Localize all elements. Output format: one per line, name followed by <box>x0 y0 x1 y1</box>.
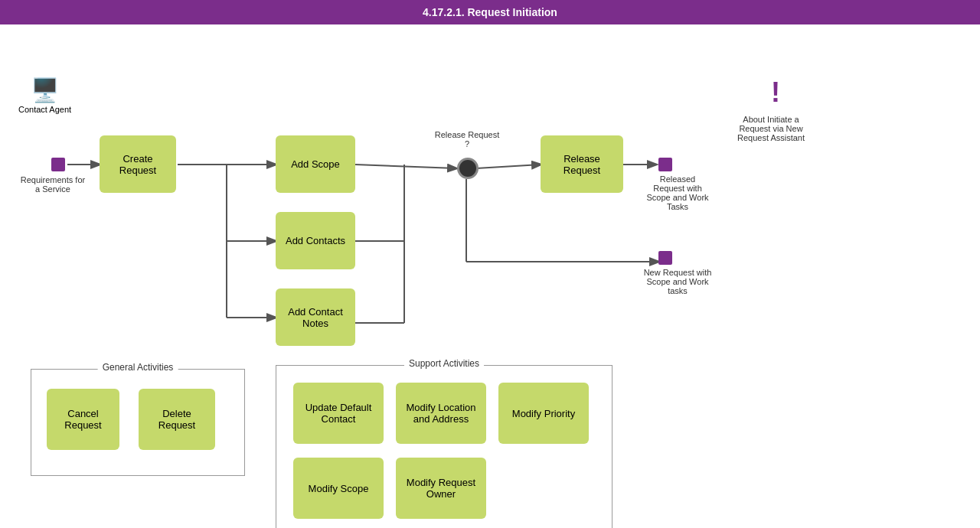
add-contact-notes-box[interactable]: Add Contact Notes <box>276 288 355 346</box>
general-activities-title: General Activities <box>98 362 178 373</box>
contact-agent-label: Contact Agent <box>18 105 71 114</box>
modify-scope-box[interactable]: Modify Scope <box>293 458 384 519</box>
add-contacts-box[interactable]: Add Contacts <box>276 212 355 269</box>
requirements-label: Requirements for a Service <box>18 175 87 194</box>
support-activities-title: Support Activities <box>404 358 484 369</box>
about-icon: ! <box>764 77 787 109</box>
svg-line-2 <box>355 165 456 168</box>
support-activities-section: Support Activities Update Default Contac… <box>276 365 612 528</box>
decision-circle <box>457 158 479 179</box>
contact-agent: 🖥️ Contact Agent <box>18 77 71 114</box>
add-scope-box[interactable]: Add Scope <box>276 135 355 193</box>
create-request-box[interactable]: Create Request <box>100 135 176 193</box>
new-request-square <box>658 251 672 265</box>
agent-icon: 🖥️ <box>18 77 71 103</box>
header-title: 4.17.2.1. Request Initiation <box>423 6 557 18</box>
modify-location-address-box[interactable]: Modify Location and Address <box>396 383 486 444</box>
release-request-box[interactable]: Release Request <box>541 135 623 193</box>
update-default-contact-box[interactable]: Update Default Contact <box>293 383 384 444</box>
requirements-square <box>51 158 65 171</box>
delete-request-box[interactable]: Delete Request <box>139 389 215 450</box>
new-request-label: New Request with Scope and Work tasks <box>643 268 712 295</box>
modify-request-owner-box[interactable]: Modify Request Owner <box>396 458 486 519</box>
cancel-request-box[interactable]: Cancel Request <box>47 389 119 450</box>
svg-line-10 <box>476 165 541 168</box>
released-square <box>658 158 672 171</box>
released-label: Released Request with Scope and Work Tas… <box>643 174 712 211</box>
header: 4.17.2.1. Request Initiation <box>0 0 980 24</box>
general-activities-section: General Activities Cancel Request Delete… <box>31 369 245 476</box>
modify-priority-box[interactable]: Modify Priority <box>498 383 589 444</box>
release-question-label: Release Request ? <box>433 130 501 148</box>
about-label: About Initiate a Request via New Request… <box>729 115 813 142</box>
